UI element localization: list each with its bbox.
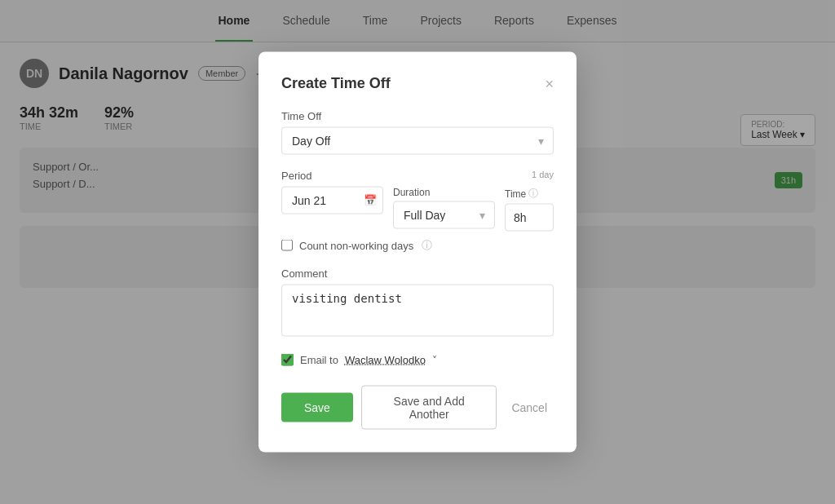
period-group-header: Period 1 day	[281, 170, 554, 182]
time-input[interactable]	[505, 204, 554, 232]
period-cols: Duration Full Day Time ⓘ	[281, 187, 554, 232]
count-nonworking-row: Count non-working days ⓘ	[281, 238, 554, 253]
count-nonworking-label: Count non-working days	[299, 239, 413, 251]
save-button[interactable]: Save	[281, 393, 353, 422]
save-and-add-another-button[interactable]: Save and Add Another	[361, 386, 497, 430]
duration-label: Duration	[393, 187, 495, 198]
time-off-select[interactable]: Day Off	[281, 127, 554, 155]
email-chevron[interactable]: ˅	[432, 354, 437, 365]
email-checkbox[interactable]	[281, 354, 294, 366]
period-date-input[interactable]	[281, 187, 383, 214]
period-group: Period 1 day Duration Full Day	[281, 170, 554, 232]
duration-field: Duration Full Day	[393, 187, 495, 232]
modal-header: Create Time Off ×	[281, 75, 554, 92]
count-nonworking-checkbox[interactable]	[281, 240, 293, 251]
duration-select[interactable]: Full Day	[393, 201, 495, 229]
period-days: 1 day	[532, 170, 554, 182]
period-date-field	[281, 187, 383, 232]
time-off-group: Time Off Day Off	[281, 110, 554, 155]
time-label-row: Time ⓘ	[505, 187, 554, 201]
create-time-off-modal: Create Time Off × Time Off Day Off Perio…	[258, 52, 577, 453]
period-date-wrapper	[281, 187, 383, 214]
email-name[interactable]: Waclaw Wolodko	[345, 354, 426, 366]
email-label: Email to	[300, 354, 338, 366]
period-label: Period	[281, 170, 312, 182]
duration-select-wrapper: Full Day	[393, 201, 495, 229]
time-info-icon: ⓘ	[528, 187, 538, 201]
count-info-icon: ⓘ	[422, 238, 432, 253]
time-field: Time ⓘ	[505, 187, 554, 232]
comment-group: Comment visiting dentist	[281, 267, 554, 339]
modal-footer: Save Save and Add Another Cancel	[281, 386, 554, 430]
email-row: Email to Waclaw Wolodko ˅	[281, 354, 554, 366]
time-label: Time	[505, 188, 526, 199]
time-off-select-wrapper: Day Off	[281, 127, 554, 155]
close-button[interactable]: ×	[545, 76, 554, 91]
modal-title: Create Time Off	[281, 75, 391, 92]
comment-textarea[interactable]: visiting dentist	[281, 285, 554, 337]
time-off-label: Time Off	[281, 110, 554, 122]
comment-label: Comment	[281, 267, 554, 280]
cancel-button[interactable]: Cancel	[505, 393, 554, 422]
